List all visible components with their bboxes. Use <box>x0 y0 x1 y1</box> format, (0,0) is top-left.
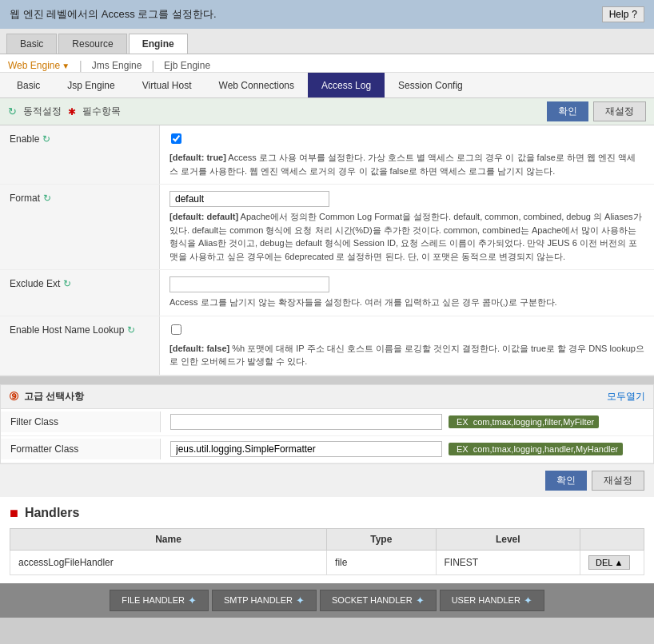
dynamic-settings-icon: ↻ <box>8 105 17 117</box>
formatter-class-example: EXcom,tmax,logging,handler,MyHandler <box>449 443 623 455</box>
help-button[interactable]: Help ? <box>602 6 644 22</box>
adv-row-formatter-class: Formatter Class EXcom,tmax,logging,handl… <box>1 436 653 463</box>
bottom-toolbar: 확인 재설정 <box>0 464 654 497</box>
tab-session-config[interactable]: Session Config <box>385 73 477 97</box>
expand-all-button[interactable]: 모두열기 <box>607 390 645 403</box>
tab-resource[interactable]: Resource <box>58 34 126 54</box>
reset-button[interactable]: 재설정 <box>593 101 646 121</box>
advanced-header: ⑨ 고급 선택사항 모두열기 <box>1 385 653 409</box>
user-handler-plus-icon: ✦ <box>524 594 532 606</box>
sub-tab-ejb-engine[interactable]: Ejb Engine <box>164 60 210 71</box>
dropdown-arrow-icon: ▼ <box>62 62 70 70</box>
exclude-ext-refresh-icon[interactable]: ↻ <box>63 278 71 289</box>
tab-jsp-engine[interactable]: Jsp Engine <box>54 73 128 97</box>
handler-level: FINEST <box>436 550 580 574</box>
socket-handler-plus-icon: ✦ <box>416 594 425 606</box>
required-icon: ✱ <box>68 106 76 117</box>
bottom-confirm-button[interactable]: 확인 <box>545 471 587 491</box>
exclude-ext-label: Exclude Ext <box>10 278 60 289</box>
file-handler-button[interactable]: FILE HANDLER ✦ <box>110 590 209 611</box>
host-name-lookup-checkbox[interactable] <box>171 324 181 335</box>
form-row-format: Format ↻ [default: default] Apache에서 정의한… <box>0 185 654 270</box>
sub-tab-web-engine[interactable]: Web Engine ▼ <box>8 60 70 71</box>
col-name: Name <box>10 528 327 550</box>
user-handler-button[interactable]: USER HANDLER ✦ <box>440 590 544 611</box>
filter-class-example: EXcom,tmax,logging,filter,MyFilter <box>449 415 599 428</box>
host-name-lookup-label: Enable Host Name Lookup <box>10 324 124 336</box>
delete-handler-button[interactable]: DEL ▲ <box>588 555 630 570</box>
col-actions <box>580 528 644 550</box>
required-fields-label: 필수항목 <box>82 105 121 118</box>
dynamic-settings-label: 동적설정 <box>23 105 62 118</box>
format-input[interactable] <box>169 191 329 207</box>
tab-web-connections[interactable]: Web Connections <box>205 73 309 97</box>
form-section: Enable ↻ [default: true] Access 로그 사용 여부… <box>0 125 654 376</box>
enable-checkbox[interactable] <box>171 133 181 144</box>
handler-buttons-bar: FILE HANDLER ✦ SMTP HANDLER ✦ SOCKET HAN… <box>0 583 654 618</box>
sub-tab-jms-engine[interactable]: Jms Engine <box>92 60 142 71</box>
formatter-class-input[interactable] <box>170 441 442 457</box>
confirm-button[interactable]: 확인 <box>547 101 588 121</box>
tab-basic[interactable]: Basic <box>3 73 54 97</box>
col-level: Level <box>436 528 580 550</box>
format-refresh-icon[interactable]: ↻ <box>43 193 51 204</box>
exclude-ext-input[interactable] <box>169 276 329 292</box>
table-row: accessLogFileHandler file FINEST DEL ▲ <box>10 550 644 574</box>
advanced-section: ⑨ 고급 선택사항 모두열기 Filter Class EXcom,tmax,l… <box>0 384 654 464</box>
handler-actions: DEL ▲ <box>580 550 644 574</box>
page-tabs: Basic Jsp Engine Virtual Host Web Connec… <box>0 73 654 98</box>
enable-description: [default: true] Access 로그 사용 여부를 설정한다. 가… <box>169 151 644 177</box>
adv-row-filter-class: Filter Class EXcom,tmax,logging,filter,M… <box>1 409 653 436</box>
handlers-title-label: Handlers <box>25 506 79 520</box>
handlers-section: ■ Handlers Name Type Level accessLogFile… <box>0 497 654 583</box>
main-tabs: Basic Resource Engine <box>0 29 654 54</box>
smtp-handler-plus-icon: ✦ <box>296 594 305 606</box>
form-row-exclude-ext: Exclude Ext ↻ Access 로그를 남기지 않는 확장자들을 설정… <box>0 270 654 316</box>
exclude-ext-description: Access 로그를 남기지 않는 확장자들을 설정한다. 여러 개를 입력하고… <box>169 296 644 309</box>
handlers-table: Name Type Level accessLogFileHandler fil… <box>10 528 644 575</box>
enable-label: Enable <box>10 133 39 145</box>
filter-class-label: Filter Class <box>1 411 161 432</box>
format-description: [default: default] Apache에서 정의한 Common L… <box>169 210 644 263</box>
tab-virtual-host[interactable]: Virtual Host <box>129 73 205 97</box>
host-name-lookup-description: [default: false] %h 포맷에 대해 IP 주소 대신 호스트 … <box>169 342 644 368</box>
tab-basic[interactable]: Basic <box>6 34 57 54</box>
handlers-icon: ■ <box>10 505 18 522</box>
del-icon: ▲ <box>614 558 623 567</box>
file-handler-plus-icon: ✦ <box>188 594 197 606</box>
tab-access-log[interactable]: Access Log <box>308 73 385 97</box>
handler-type: file <box>327 550 436 574</box>
form-row-enable: Enable ↻ [default: true] Access 로그 사용 여부… <box>0 125 654 185</box>
advanced-title-label: 고급 선택사항 <box>24 390 84 403</box>
page-title: 웹 엔진 레벨에서의 Access 로그를 설정한다. <box>10 7 217 22</box>
host-name-refresh-icon[interactable]: ↻ <box>127 324 135 336</box>
socket-handler-button[interactable]: SOCKET HANDLER ✦ <box>320 590 437 611</box>
smtp-handler-button[interactable]: SMTP HANDLER ✦ <box>212 590 317 611</box>
form-row-host-name-lookup: Enable Host Name Lookup ↻ [default: fals… <box>0 316 654 376</box>
toolbar: ↻ 동적설정 ✱ 필수항목 확인 재설정 <box>0 98 654 125</box>
engine-sub-tabs: Web Engine ▼ | Jms Engine | Ejb Engine <box>0 54 654 73</box>
handler-name: accessLogFileHandler <box>10 550 327 574</box>
format-label: Format <box>10 193 40 204</box>
formatter-class-label: Formatter Class <box>1 439 161 459</box>
filter-class-input[interactable] <box>170 414 442 430</box>
enable-refresh-icon[interactable]: ↻ <box>42 133 50 145</box>
col-type: Type <box>327 528 436 550</box>
bottom-reset-button[interactable]: 재설정 <box>592 471 644 491</box>
tab-engine[interactable]: Engine <box>129 34 188 54</box>
advanced-icon: ⑨ <box>9 390 19 403</box>
